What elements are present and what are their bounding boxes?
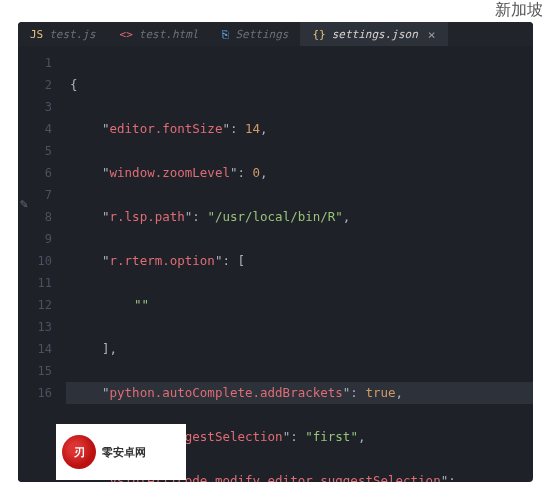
watermark-top-text: 新加坡	[495, 0, 543, 21]
editor-body: ✎ 1 2 3 4 5 6 7 8 9 10 11 12 13 14 15 16…	[18, 46, 533, 482]
line-number-gutter: 1 2 3 4 5 6 7 8 9 10 11 12 13 14 15 16	[18, 46, 66, 482]
watermark-logo-text: 零安卓网	[102, 445, 146, 460]
line-number: 5	[18, 140, 52, 162]
edit-pencil-icon[interactable]: ✎	[20, 196, 28, 211]
json-file-icon: {}	[312, 28, 325, 41]
code-line: "window.zoomLevel": 0,	[66, 162, 533, 184]
js-file-icon: JS	[30, 28, 43, 41]
line-number: 12	[18, 294, 52, 316]
line-number: 9	[18, 228, 52, 250]
watermark-logo: 刃 零安卓网	[56, 424, 186, 480]
line-number: 3	[18, 96, 52, 118]
line-number: 2	[18, 74, 52, 96]
code-line-highlighted: "python.autoComplete.addBrackets": true,	[66, 382, 533, 404]
line-number: 10	[18, 250, 52, 272]
code-line: "r.rterm.option": [	[66, 250, 533, 272]
line-number: 1	[18, 52, 52, 74]
line-number: 4	[18, 118, 52, 140]
html-file-icon: <>	[120, 28, 133, 41]
tab-label: test.js	[49, 28, 95, 41]
line-number: 15	[18, 360, 52, 382]
tab-label: Settings	[235, 28, 288, 41]
code-area[interactable]: { "editor.fontSize": 14, "window.zoomLev…	[66, 46, 533, 482]
tab-label: test.html	[139, 28, 199, 41]
watermark-logo-circle: 刃	[62, 435, 96, 469]
code-line: ""	[66, 294, 533, 316]
line-number: 14	[18, 338, 52, 360]
code-line: ],	[66, 338, 533, 360]
code-line: "editor.fontSize": 14,	[66, 118, 533, 140]
line-number: 11	[18, 272, 52, 294]
code-line: {	[66, 74, 533, 96]
tab-test-html[interactable]: <> test.html	[108, 22, 211, 46]
tab-label: settings.json	[332, 28, 418, 41]
tab-test-js[interactable]: JS test.js	[18, 22, 108, 46]
line-number: 13	[18, 316, 52, 338]
code-line: "r.lsp.path": "/usr/local/bin/R",	[66, 206, 533, 228]
settings-file-icon: ⎘	[222, 28, 229, 41]
tab-settings-json[interactable]: {} settings.json ×	[300, 22, 447, 46]
line-number: 6	[18, 162, 52, 184]
editor-window: JS test.js <> test.html ⎘ Settings {} se…	[18, 22, 533, 482]
tab-settings-ui[interactable]: ⎘ Settings	[210, 22, 300, 46]
close-icon[interactable]: ×	[428, 27, 436, 42]
line-number: 16	[18, 382, 52, 404]
tab-bar: JS test.js <> test.html ⎘ Settings {} se…	[18, 22, 533, 46]
